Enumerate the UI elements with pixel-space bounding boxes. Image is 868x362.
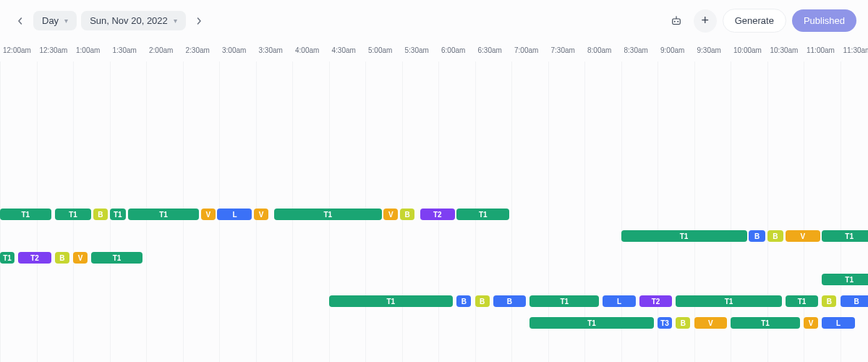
timeline: 12:00am12:30am1:00am1:30am2:00am2:30am3:… — [0, 41, 868, 362]
schedule-row: T1T2BVT1 — [0, 251, 868, 264]
time-slot-label: 12:00am — [0, 46, 37, 54]
bot-button[interactable] — [665, 9, 688, 33]
shift-block[interactable]: V — [694, 317, 727, 329]
prev-button[interactable] — [12, 12, 29, 30]
shift-block[interactable]: T1 — [529, 317, 654, 329]
shift-block[interactable]: T3 — [658, 317, 672, 329]
chevron-right-icon — [195, 17, 203, 25]
shift-block[interactable]: V — [201, 209, 216, 220]
shift-block[interactable]: B — [93, 209, 108, 220]
time-slot-label: 12:30am — [37, 46, 74, 54]
schedule-row: T1T3BVT1VL — [0, 316, 868, 329]
svg-rect-0 — [672, 19, 680, 25]
time-slot-label: 8:00am — [584, 46, 621, 54]
time-slot-label: 3:30am — [256, 46, 293, 54]
shift-block[interactable]: B — [841, 295, 869, 307]
shift-block[interactable]: V — [73, 252, 88, 264]
time-slot-label: 2:00am — [146, 46, 183, 54]
time-slot-label: 6:30am — [475, 46, 512, 54]
shift-block[interactable]: L — [603, 295, 635, 307]
shift-block[interactable]: T1 — [786, 295, 818, 307]
toolbar: Day ▾ Sun, Nov 20, 2022 ▾ + Generate Pub… — [0, 0, 868, 41]
next-button[interactable] — [190, 12, 208, 30]
time-slot-label: 3:00am — [219, 46, 256, 54]
time-slot-label: 7:00am — [511, 46, 548, 54]
shift-block[interactable]: L — [217, 209, 252, 220]
time-slot-label: 1:00am — [73, 46, 110, 54]
time-slot-label: 10:30am — [767, 46, 804, 54]
chevron-left-icon — [17, 17, 24, 25]
time-slot-label: 8:30am — [621, 46, 658, 54]
shift-block[interactable]: V — [254, 209, 268, 220]
time-slot-label: 5:00am — [365, 46, 402, 54]
shift-block[interactable]: T1 — [329, 295, 454, 307]
shift-block[interactable]: T1 — [0, 252, 14, 264]
plus-icon: + — [701, 13, 709, 28]
bot-icon — [670, 14, 683, 28]
shift-block[interactable]: T2 — [420, 209, 455, 220]
shift-block[interactable]: T1 — [676, 295, 781, 307]
view-mode-selector[interactable]: Day ▾ — [33, 11, 77, 30]
time-slot-label: 6:00am — [438, 46, 475, 54]
time-slot-label: 1:30am — [110, 46, 147, 54]
chevron-down-icon: ▾ — [174, 17, 177, 25]
shift-block[interactable]: T1 — [110, 209, 127, 220]
time-slot-label: 11:00am — [804, 46, 841, 54]
shift-block[interactable]: B — [676, 317, 690, 329]
schedule-row: T1BBBT1LT2T1T1BB — [0, 295, 868, 308]
date-selector[interactable]: Sun, Nov 20, 2022 ▾ — [81, 11, 186, 30]
shift-block[interactable]: B — [822, 295, 836, 307]
time-ruler: 12:00am12:30am1:00am1:30am2:00am2:30am3:… — [0, 41, 868, 59]
shift-block[interactable]: T1 — [456, 209, 509, 220]
shift-block[interactable]: B — [55, 252, 69, 264]
time-slot-label: 9:00am — [658, 46, 694, 54]
shift-block[interactable]: V — [383, 209, 398, 220]
time-slot-label: 9:30am — [694, 46, 731, 54]
time-slot-label: 2:30am — [183, 46, 220, 54]
shift-block[interactable]: B — [456, 295, 471, 307]
generate-button[interactable]: Generate — [723, 9, 786, 33]
svg-point-3 — [676, 16, 677, 17]
shift-block[interactable]: T1 — [822, 230, 868, 242]
add-button[interactable]: + — [694, 9, 717, 33]
shift-block[interactable]: B — [767, 230, 784, 242]
svg-point-2 — [677, 20, 678, 22]
shift-block[interactable]: T1 — [0, 209, 51, 220]
schedule-row: T1BBVT1 — [0, 230, 868, 243]
shift-block[interactable]: T2 — [639, 295, 672, 307]
shift-block[interactable]: T1 — [128, 209, 199, 220]
svg-point-1 — [674, 20, 676, 22]
shift-block[interactable]: B — [493, 295, 526, 307]
shift-block[interactable]: T1 — [621, 230, 747, 242]
chevron-down-icon: ▾ — [64, 17, 68, 25]
shift-block[interactable]: T2 — [18, 252, 51, 264]
time-slot-label: 10:00am — [731, 46, 767, 54]
toolbar-left: Day ▾ Sun, Nov 20, 2022 ▾ — [12, 11, 208, 30]
shift-block[interactable]: T1 — [822, 274, 868, 285]
shift-block[interactable]: L — [822, 317, 854, 329]
shift-block[interactable]: B — [400, 209, 414, 220]
time-slot-label: 11:30am — [841, 46, 869, 54]
time-slot-label: 5:30am — [402, 46, 439, 54]
shift-block[interactable]: V — [804, 317, 818, 329]
shift-block[interactable]: B — [475, 295, 490, 307]
view-mode-label: Day — [42, 15, 59, 26]
schedule-row: T1 — [0, 273, 868, 286]
time-slot-label: 4:00am — [292, 46, 329, 54]
shift-block[interactable]: T1 — [731, 317, 800, 329]
time-slot-label: 4:30am — [329, 46, 366, 54]
shift-block[interactable]: T1 — [91, 252, 142, 264]
shift-block[interactable]: V — [786, 230, 820, 242]
time-slot-label: 7:30am — [548, 46, 585, 54]
shift-block[interactable]: B — [749, 230, 765, 242]
shift-block[interactable]: T1 — [274, 209, 382, 220]
schedule-row: T1T1BT1T1VLVT1VBT2T1 — [0, 208, 868, 221]
date-label: Sun, Nov 20, 2022 — [90, 15, 168, 26]
shift-block[interactable]: T1 — [529, 295, 599, 307]
shift-block[interactable]: T1 — [55, 209, 92, 220]
published-button[interactable]: Published — [792, 9, 856, 32]
